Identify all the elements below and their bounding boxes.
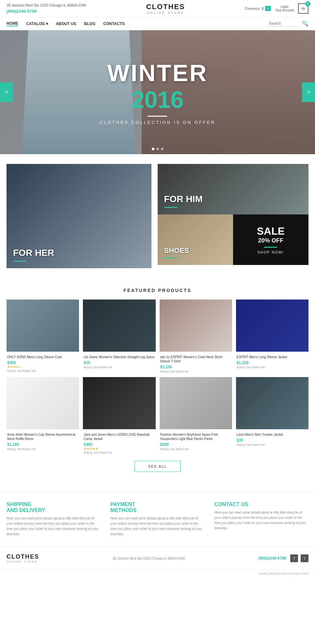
product-card-7[interactable]: Fashion Women's Boyfriend Jeans Free Sus…: [160, 377, 232, 454]
search-icon[interactable]: 🔍: [302, 21, 308, 27]
top-bar-left: 28 Jackson Blvd Ste 1020 Chicago IL 6060…: [7, 3, 86, 14]
product-info-2: Lib-Jeans Women's Valentine Straight Leg…: [83, 355, 155, 369]
product-card-1[interactable]: ONLY SONS Mens Long Sleeve Coat $250 ★★★…: [7, 300, 79, 373]
product-info-4: ESPRIT Men's Long Sleeve Jacket $1,150 R…: [236, 355, 308, 369]
product-image-3: [160, 300, 232, 352]
info-payment: PAYMENT METHODS Here you can read some d…: [110, 502, 204, 537]
category-sale[interactable]: SALE 20% OFF SHOP NOW!: [233, 214, 308, 265]
see-all-wrapper: SEE ALL: [7, 461, 308, 472]
category-shoes-title: SHOES: [164, 246, 227, 255]
top-bar-right: Currency: $ > Login Your Account 🛍 0: [245, 3, 308, 14]
hero-banner: WINTER 2016 CLOTHES COLLECTION IS ON OFF…: [0, 30, 315, 154]
product-price-5: $1,200: [7, 442, 19, 447]
product-info-5: Anne Klein Women's Cap Sleeve Asymmetric…: [7, 432, 79, 451]
category-her-overlay: FOR HER: [7, 241, 151, 268]
category-grid: FOR HER FOR HIM SHOES SALE: [0, 154, 315, 278]
footer-right: (800)2345-6789 f t: [259, 554, 308, 562]
currency-symbol: $: [262, 7, 264, 10]
account-link[interactable]: Your Account: [275, 8, 294, 12]
product-price-4: $1,150: [237, 360, 249, 365]
hero-dot-1[interactable]: [152, 148, 154, 150]
product-rating-text-5: Rating: Not Rated Yet: [7, 447, 78, 451]
product-price-row-6: $300: [84, 442, 155, 447]
navigation: HOME CATALOG ▾ ABOUT US BLOG CONTACTS 🔍: [0, 17, 315, 30]
product-price-row-8: $35: [237, 438, 308, 443]
product-card-2[interactable]: Lib-Jeans Women's Valentine Straight Leg…: [83, 300, 155, 373]
info-section: SHIPPING AND DELIVERY Here you can read …: [0, 491, 315, 547]
cart-badge: 0: [305, 1, 310, 7]
product-price-7: $200: [160, 442, 169, 447]
hero-prev-button[interactable]: <: [0, 82, 13, 102]
hero-next-button[interactable]: >: [302, 82, 315, 102]
product-info-6: Jack and Jones Men's JJORCLOSE Baseball …: [83, 432, 155, 454]
shipping-title-line1: SHIPPING: [7, 502, 101, 507]
nav-item-catalog[interactable]: CATALOG ▾: [26, 22, 48, 26]
see-all-button[interactable]: SEE ALL: [134, 461, 180, 472]
footer-brand-sub: ONLINE STORE: [7, 560, 39, 563]
facebook-icon[interactable]: f: [290, 554, 298, 562]
footer-phone[interactable]: (800)2345-6789: [259, 556, 286, 561]
product-name-2: Lib-Jeans Women's Valentine Straight Leg…: [84, 355, 155, 359]
info-shipping: SHIPPING AND DELIVERY Here you can read …: [7, 502, 101, 537]
product-name-4: ESPRIT Men's Long Sleeve Jacket: [237, 355, 308, 359]
product-price-8: $35: [237, 438, 243, 443]
hero-line2: 2016: [100, 86, 215, 113]
product-price-row-7: $200: [160, 442, 231, 447]
product-card-8[interactable]: Levis Men's Slim Trucker Jacket $35 Rati…: [236, 377, 308, 454]
sale-line: [264, 247, 277, 248]
product-price-row-1: $250: [7, 360, 78, 365]
shipping-title-line2: AND DELIVERY: [7, 507, 101, 513]
brand-sub: ONLINE STORE: [146, 11, 185, 14]
phone[interactable]: (800)2345-6789: [7, 8, 86, 15]
category-right-col: FOR HIM SHOES SALE 20% OFF SHOP NOW!: [158, 164, 309, 268]
product-price-6: $300: [84, 442, 92, 447]
footer-bottom: sample_theme© ©2015 Privacy Policy: [0, 570, 315, 577]
product-card-5[interactable]: Anne Klein Women's Cap Sleeve Asymmetric…: [7, 377, 79, 454]
product-card-6[interactable]: Jack and Jones Men's JJORCLOSE Baseball …: [83, 377, 155, 454]
hero-divider: [148, 116, 167, 117]
category-her[interactable]: FOR HER: [7, 164, 151, 268]
category-him[interactable]: FOR HIM: [158, 164, 309, 214]
product-image-1: [7, 300, 79, 352]
product-card-3[interactable]: edc by ESPRIT Women's Crew Neck Short Sl…: [160, 300, 232, 373]
search-input[interactable]: [267, 21, 300, 27]
sale-title: SALE: [257, 225, 285, 237]
product-image-6: [83, 377, 155, 429]
sale-off: 20% OFF: [257, 237, 285, 244]
nav-item-blog[interactable]: BLOG: [84, 22, 96, 26]
cart-icon[interactable]: 🛍 0: [298, 3, 308, 14]
twitter-icon[interactable]: t: [301, 554, 308, 562]
product-rating-1: ★★★★☆: [7, 365, 78, 369]
currency-button[interactable]: >: [265, 6, 271, 11]
sale-btn[interactable]: SHOP NOW!: [257, 250, 285, 254]
product-rating-text-2: Rating: Not Rated Yet: [84, 366, 155, 369]
category-him-line: [164, 207, 177, 208]
product-card-4[interactable]: ESPRIT Men's Long Sleeve Jacket $1,150 R…: [236, 300, 308, 373]
nav-item-contacts[interactable]: CONTACTS: [103, 22, 125, 26]
nav-item-about[interactable]: ABOUT US: [56, 22, 76, 26]
payment-title-line1: PAYMENT: [110, 502, 204, 507]
product-price-row-4: $1,150: [237, 360, 308, 365]
footer-center-address: 28 Jackson Blvd Ste 1020 Chicago IL 6060…: [113, 557, 185, 560]
hero-dot-3[interactable]: [161, 148, 164, 150]
product-name-7: Fashion Women's Boyfriend Jeans Free Sus…: [160, 432, 231, 441]
nav-item-home[interactable]: HOME: [7, 21, 18, 26]
address: 28 Jackson Blvd Ste 1020 Chicago IL 6060…: [7, 3, 86, 8]
payment-title: PAYMENT METHODS: [110, 502, 204, 513]
product-rating-6: ★★★★★: [84, 447, 155, 450]
hero-dot-2[interactable]: [156, 148, 159, 150]
category-shoes-line: [164, 257, 177, 258]
login-link[interactable]: Login: [280, 5, 288, 8]
currency-label: Currency:: [245, 7, 260, 10]
sale-content: SALE 20% OFF SHOP NOW!: [257, 225, 285, 254]
product-rating-text-4: Rating: Not Rated Yet: [237, 366, 308, 369]
hero-dots: [152, 148, 164, 150]
contact-title: CONTACT US: [214, 502, 308, 507]
top-bar: 28 Jackson Blvd Ste 1020 Chicago IL 6060…: [0, 0, 315, 17]
product-name-6: Jack and Jones Men's JJORCLOSE Baseball …: [84, 432, 155, 441]
payment-text: Here you can read some details about a n…: [110, 516, 204, 537]
product-price-row-5: $1,200: [7, 442, 78, 447]
category-shoes[interactable]: SHOES: [158, 214, 233, 265]
product-rating-text-6: Rating: Not Rated Yet: [84, 451, 155, 454]
footer: CLOTHES ONLINE STORE 28 Jackson Blvd Ste…: [0, 547, 315, 570]
